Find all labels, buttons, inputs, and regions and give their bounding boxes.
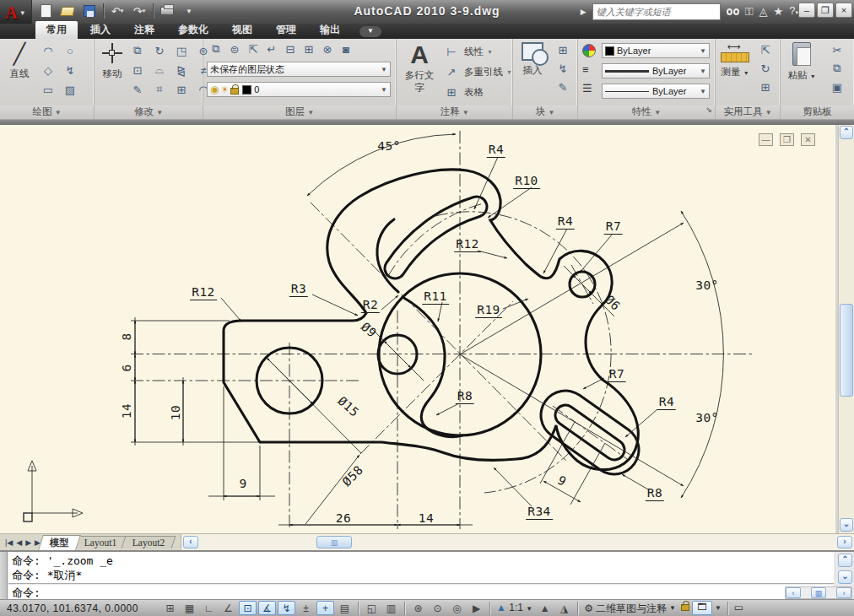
explode-icon[interactable]: ⌗ [150,82,169,97]
status-bar-menu-button[interactable]: 🗔 [692,601,712,615]
application-menu-button[interactable]: A▼ [0,0,32,25]
tab-Layout2[interactable]: Layout2 [121,536,176,548]
layer-match-icon[interactable]: ⊜ [225,41,244,57]
tab-nav-button[interactable]: ◀ [16,538,22,547]
doc-close-button[interactable]: ✕ [801,133,815,146]
otrack-toggle[interactable]: ∡ [258,601,276,615]
clean-screen-button[interactable]: ▭ [732,601,746,615]
mirror-icon[interactable]: ⧎ [172,62,191,78]
model-space-button[interactable]: ◱ [363,601,381,615]
vertical-scroll-thumb[interactable] [840,304,853,397]
cmd-scroll-right-button[interactable]: › [836,587,851,598]
tab-注释[interactable]: 注释 [123,21,165,39]
tab-nav-button[interactable]: |◀ [5,538,13,547]
lineweight-combo[interactable]: ByLayer▼ [602,63,710,78]
erase-icon[interactable]: ✎ [128,82,147,97]
zoom-button[interactable]: ⊙ [429,601,446,615]
search-icon[interactable] [727,8,739,15]
lwt-toggle[interactable]: + [316,601,334,615]
ribbon-minimize-button[interactable]: ▼ [359,26,381,37]
redo-button[interactable]: ↷▾ [131,3,148,19]
polar-toggle[interactable]: ∠ [219,601,237,615]
open-button[interactable] [59,3,76,19]
edit-attrib-icon[interactable]: ✎ [554,79,572,95]
cut-icon[interactable]: ✂ [828,42,846,57]
undo-button[interactable]: ↶▾ [109,3,126,19]
command-scroll-up-button[interactable]: ⌃ [838,554,852,567]
annotation-visibility-button[interactable]: ▲ [536,601,554,615]
tab-参数化[interactable]: 参数化 [167,21,219,39]
tab-视图[interactable]: 视图 [221,21,263,39]
cmd-scroll-left-button[interactable]: ‹ [786,587,801,598]
mtext-button[interactable]: A 多行文字 [402,42,437,95]
layer-state-icon[interactable]: ↵ [262,41,281,57]
rotate-icon[interactable]: ↻ [150,43,169,58]
layer-isolate-icon[interactable]: ⊟ [281,41,300,57]
layer-properties-icon[interactable]: ⧉ [207,41,225,57]
hatch-icon[interactable]: ▨ [61,82,79,97]
command-horizontal-scrollbar[interactable]: ‹ ▥ › [785,586,852,599]
create-block-icon[interactable]: ⊞ [554,42,572,57]
expand-icon[interactable]: ▶ [581,3,586,20]
minimize-button[interactable]: – [798,3,815,18]
ducs-toggle[interactable]: ↯ [278,601,295,615]
horizontal-scrollbar[interactable]: ‹ ▥ › [181,534,854,550]
paste-special-icon[interactable]: ▣ [828,79,846,95]
fillet-icon[interactable]: ⌓ [150,62,169,78]
favorites-star-icon[interactable]: ★ [774,3,784,20]
polyline-icon[interactable]: ↯ [61,62,79,78]
doc-restore-button[interactable]: ❐ [780,133,794,146]
paste-button[interactable]: 粘贴 ▼ [784,42,819,82]
panel-caption-block[interactable]: 块 ▼ [513,105,577,119]
dyn-toggle[interactable]: ± [297,601,315,615]
linetype-icon[interactable]: ☰ [582,82,596,95]
ellipse-icon[interactable]: ◇ [39,62,57,78]
multileader-button[interactable]: ↗多重引线▼ [442,64,512,79]
workspace-switcher[interactable]: ⚙ 二维草图与注释 ▼ [581,601,678,615]
help-icon[interactable]: ?▾ [789,3,798,21]
vertical-scrollbar[interactable]: ⌃ ⌄ [838,125,854,533]
status-menu-arrow-icon[interactable]: ▼ [715,604,722,612]
linear-dim-button[interactable]: ⊢线性▼ [442,44,512,59]
communication-center-icon[interactable]: ◬ [759,3,768,20]
arc-icon[interactable]: ◠ [39,43,57,58]
panel-caption-draw[interactable]: 绘图 ▼ [0,105,94,119]
osnap-toggle[interactable]: ⊡ [239,601,257,615]
tab-管理[interactable]: 管理 [265,21,307,39]
layer-combo[interactable]: ◉ ☀ 0▼ [207,82,391,97]
color-combo[interactable]: ByLayer▼ [602,43,710,58]
layer-unisolate-icon[interactable]: ⊞ [300,41,318,57]
scroll-up-button[interactable]: ⌃ [840,126,853,139]
new-button[interactable] [37,3,54,19]
offset-icon[interactable]: ⊡ [128,62,147,78]
drawing-canvas[interactable]: — ❐ ✕ 45°R4R10R4R7R1230°R12R3R2R11R19Ø9Ø… [0,125,835,533]
grid-toggle[interactable]: ▦ [181,601,198,615]
panel-caption-utilities[interactable]: 实用工具 ▼ [716,105,780,119]
tab-nav-button[interactable]: ▶ [25,538,31,547]
cmd-scroll-thumb[interactable]: ▥ [811,587,826,598]
search-input[interactable] [592,3,721,20]
panel-caption-layers[interactable]: 图层 ▼ [203,105,396,119]
annotation-scale-button[interactable]: ▲ 1:1 ▼ [494,601,535,615]
auto-annotate-button[interactable]: ◮ [555,601,573,615]
steering-wheel-button[interactable]: ◎ [448,601,466,615]
trim-icon[interactable]: ◳ [172,43,191,58]
tab-常用[interactable]: 常用 [35,21,78,39]
insert-button[interactable]: 插入 [515,42,550,77]
snap-toggle[interactable]: ⊞ [161,601,179,615]
command-history[interactable]: 命令: '_.zoom _e命令: *取消* [8,552,834,584]
layer-off-icon[interactable]: ◙ [337,41,355,57]
command-scroll-down-button[interactable]: ⌄ [838,570,852,584]
command-window-grip[interactable] [0,552,8,601]
layer-state-combo[interactable]: 未保存的图层状态▼ [207,62,391,77]
pan-button[interactable]: ⊛ [409,601,427,615]
qat-dropdown-button[interactable]: ▼ [181,3,197,19]
horizontal-scroll-thumb[interactable]: ▥ [316,536,352,548]
panel-caption-properties[interactable]: 特性 ▼ ⇘ [578,105,715,119]
rectangle-icon[interactable]: ▭ [39,82,57,97]
close-button[interactable]: × [835,3,852,18]
point-icon[interactable]: ↻ [756,61,775,76]
panel-caption-clipboard[interactable]: 剪贴板 [781,105,854,119]
plot-button[interactable] [159,3,176,19]
tab-Layout1[interactable]: Layout1 [73,536,128,548]
